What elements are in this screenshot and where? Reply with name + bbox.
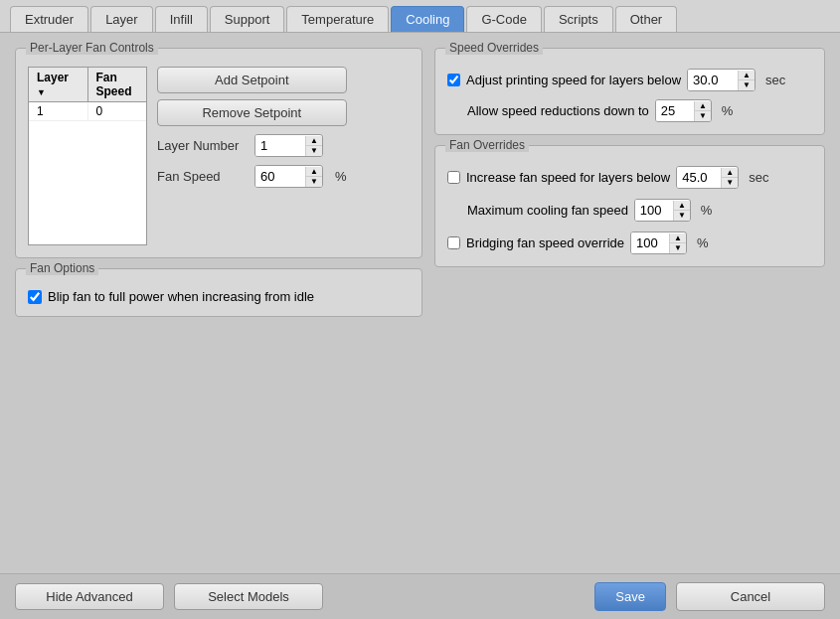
fan-table: Layer ▼ Fan Speed 1 0	[28, 67, 147, 245]
sort-arrow-icon: ▼	[37, 87, 46, 97]
adjust-speed-down[interactable]: ▼	[739, 80, 755, 90]
fan-speed-unit: %	[335, 169, 347, 184]
increase-fan-row: Increase fan speed for layers below ▲ ▼ …	[447, 166, 812, 189]
increase-fan-label: Increase fan speed for layers below	[466, 170, 670, 185]
col-header-layer: Layer ▼	[29, 68, 88, 101]
allow-reductions-input[interactable]	[656, 100, 694, 121]
bridging-stepper: ▲ ▼	[669, 233, 686, 253]
adjust-speed-input-container: ▲ ▼	[687, 69, 756, 91]
tab-other[interactable]: Other	[615, 6, 678, 32]
max-cooling-up[interactable]: ▲	[674, 201, 690, 211]
tab-cooling[interactable]: Cooling	[391, 6, 464, 32]
adjust-speed-row: Adjust printing speed for layers below ▲…	[447, 69, 812, 91]
max-cooling-stepper: ▲ ▼	[673, 201, 690, 221]
bridging-checkbox[interactable]	[447, 236, 460, 249]
bridging-down[interactable]: ▼	[670, 243, 686, 253]
allow-reductions-label: Allow speed reductions down to	[467, 103, 649, 118]
increase-fan-up[interactable]: ▲	[722, 168, 738, 178]
blip-fan-label: Blip fan to full power when increasing f…	[48, 289, 314, 304]
fan-overrides-group: Fan Overrides Increase fan speed for lay…	[434, 145, 825, 267]
fan-overrides-content: Increase fan speed for layers below ▲ ▼ …	[447, 166, 812, 254]
fan-controls-right: Add Setpoint Remove Setpoint Layer Numbe…	[157, 67, 347, 245]
allow-reductions-down[interactable]: ▼	[695, 111, 711, 121]
fan-speed-label: Fan Speed	[157, 169, 247, 184]
allow-reductions-row: Allow speed reductions down to ▲ ▼ %	[447, 99, 812, 122]
bridging-unit: %	[697, 235, 709, 250]
allow-reductions-up[interactable]: ▲	[695, 101, 711, 111]
bridging-input[interactable]	[631, 232, 669, 253]
blip-fan-checkbox[interactable]	[28, 290, 42, 304]
speed-overrides-title: Speed Overrides	[445, 41, 543, 55]
tab-infill[interactable]: Infill	[155, 6, 208, 32]
remove-setpoint-button[interactable]: Remove Setpoint	[157, 99, 347, 126]
fan-speed-stepper: ▲ ▼	[305, 167, 322, 187]
layer-number-input[interactable]	[255, 135, 305, 156]
max-cooling-unit: %	[701, 203, 713, 218]
increase-fan-checkbox[interactable]	[447, 171, 460, 184]
per-layer-fan-controls-group: Per-Layer Fan Controls Layer ▼ Fan Speed…	[15, 48, 422, 258]
panels-row: Per-Layer Fan Controls Layer ▼ Fan Speed…	[15, 48, 825, 558]
hide-advanced-button[interactable]: Hide Advanced	[15, 583, 164, 610]
fan-controls-content: Layer ▼ Fan Speed 1 0 Add Setpoint	[28, 67, 410, 245]
max-cooling-down[interactable]: ▼	[674, 211, 690, 221]
blip-fan-row: Blip fan to full power when increasing f…	[28, 289, 410, 304]
cancel-button[interactable]: Cancel	[676, 582, 825, 611]
bottom-right: Save Cancel	[594, 582, 825, 611]
speed-overrides-group: Speed Overrides Adjust printing speed fo…	[434, 48, 825, 135]
allow-reductions-input-container: ▲ ▼	[655, 99, 712, 122]
max-cooling-row: Maximum cooling fan speed ▲ ▼ %	[447, 199, 812, 222]
col-header-fanspeed: Fan Speed	[88, 68, 147, 101]
increase-fan-unit: sec	[749, 170, 768, 185]
bottom-bar: Hide Advanced Select Models Save Cancel	[0, 573, 840, 619]
adjust-speed-stepper: ▲ ▼	[738, 71, 755, 90]
allow-reductions-stepper: ▲ ▼	[694, 101, 711, 121]
table-cell-fanspeed: 0	[88, 102, 147, 120]
bridging-row: Bridging fan speed override ▲ ▼ %	[447, 232, 812, 254]
fan-speed-down[interactable]: ▼	[306, 177, 322, 187]
fan-controls-buttons: Add Setpoint Remove Setpoint	[157, 67, 347, 126]
select-models-button[interactable]: Select Models	[174, 583, 323, 610]
max-cooling-input-container: ▲ ▼	[634, 199, 691, 222]
increase-fan-stepper: ▲ ▼	[721, 168, 738, 188]
max-cooling-label: Maximum cooling fan speed	[467, 203, 628, 218]
adjust-speed-input[interactable]	[688, 70, 738, 90]
tab-bar: Extruder Layer Infill Support Temperatur…	[0, 0, 840, 33]
layer-number-down[interactable]: ▼	[306, 146, 322, 156]
tab-support[interactable]: Support	[210, 6, 285, 32]
tab-scripts[interactable]: Scripts	[544, 6, 613, 32]
fan-table-header: Layer ▼ Fan Speed	[29, 68, 146, 102]
tab-temperature[interactable]: Temperature	[286, 6, 389, 32]
adjust-speed-up[interactable]: ▲	[739, 71, 755, 80]
bottom-left: Hide Advanced Select Models	[15, 583, 323, 610]
fan-speed-row: Fan Speed ▲ ▼ %	[157, 165, 347, 188]
tab-extruder[interactable]: Extruder	[10, 6, 88, 32]
fan-speed-up[interactable]: ▲	[306, 167, 322, 177]
left-panel: Per-Layer Fan Controls Layer ▼ Fan Speed…	[15, 48, 422, 558]
add-setpoint-button[interactable]: Add Setpoint	[157, 67, 347, 93]
max-cooling-input[interactable]	[635, 200, 673, 221]
fan-options-content: Blip fan to full power when increasing f…	[28, 289, 410, 304]
right-panel: Speed Overrides Adjust printing speed fo…	[434, 48, 825, 558]
bridging-up[interactable]: ▲	[670, 233, 686, 243]
layer-number-stepper: ▲ ▼	[305, 136, 322, 156]
per-layer-fan-controls-title: Per-Layer Fan Controls	[26, 41, 158, 55]
increase-fan-input-container: ▲ ▼	[676, 166, 739, 189]
allow-reductions-unit: %	[722, 103, 734, 118]
fan-options-group: Fan Options Blip fan to full power when …	[15, 268, 422, 317]
layer-number-up[interactable]: ▲	[306, 136, 322, 146]
increase-fan-down[interactable]: ▼	[722, 178, 738, 188]
speed-overrides-content: Adjust printing speed for layers below ▲…	[447, 69, 812, 122]
layer-number-row: Layer Number ▲ ▼	[157, 134, 347, 157]
fan-speed-input[interactable]	[255, 166, 305, 187]
table-row[interactable]: 1 0	[29, 102, 146, 121]
adjust-speed-checkbox[interactable]	[447, 74, 460, 86]
layer-number-label: Layer Number	[157, 138, 247, 153]
save-button[interactable]: Save	[594, 582, 666, 611]
adjust-speed-unit: sec	[765, 73, 785, 87]
layer-number-input-container: ▲ ▼	[254, 134, 323, 157]
increase-fan-input[interactable]	[677, 167, 721, 188]
main-content: Per-Layer Fan Controls Layer ▼ Fan Speed…	[0, 33, 840, 573]
adjust-speed-label: Adjust printing speed for layers below	[466, 73, 681, 87]
tab-gcode[interactable]: G-Code	[466, 6, 542, 32]
tab-layer[interactable]: Layer	[90, 6, 153, 32]
